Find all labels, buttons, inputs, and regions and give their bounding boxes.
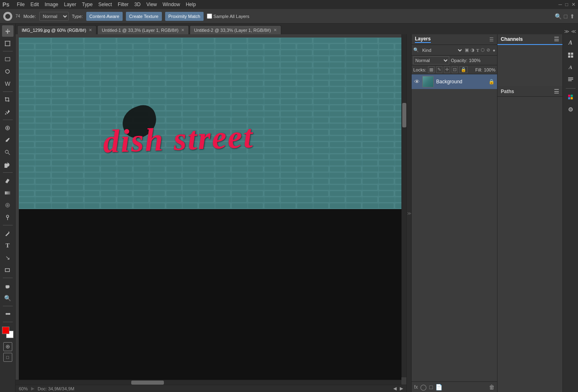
panel-menu-icon[interactable]: ☰ <box>489 37 494 42</box>
blend-mode-select[interactable]: Normal <box>413 56 449 65</box>
menu-select[interactable]: Select <box>99 2 112 7</box>
quick-select-tool[interactable]: W <box>2 78 13 89</box>
maximize-btn[interactable]: □ <box>565 2 568 7</box>
blur-tool[interactable] <box>2 199 13 211</box>
more-tools[interactable]: ••• <box>2 308 13 320</box>
tab-untitled2[interactable]: Untitled-2 @ 33,3% (Layer 1, RGB/8#) ✕ <box>190 25 281 34</box>
lock-artboard-btn[interactable]: ⊡ <box>452 66 458 73</box>
filter-type-icon[interactable]: T <box>476 48 479 53</box>
paths-panel-header[interactable]: Paths ☰ <box>497 86 562 97</box>
quick-mask-btn[interactable] <box>3 342 12 351</box>
tab-close-1[interactable]: ✕ <box>181 28 184 32</box>
crop-tool[interactable] <box>2 94 13 105</box>
foreground-color-swatch[interactable] <box>2 327 9 334</box>
canvas-container[interactable]: dish street <box>16 34 406 385</box>
create-layer-btn[interactable]: 📄 <box>435 384 442 390</box>
panel-icon-adjustments[interactable] <box>565 104 576 115</box>
vertical-scrollbar[interactable] <box>401 34 406 377</box>
navigate-left[interactable]: ◀ <box>393 386 397 391</box>
heal-tool[interactable] <box>2 122 13 134</box>
lock-fill-row: Locks: ▦ ✎ ✛ ⊡ 🔒 Fill: 100% <box>412 65 497 74</box>
shape-tool[interactable] <box>2 264 13 276</box>
fill-value[interactable]: 100% <box>484 67 495 72</box>
filter-kind-select[interactable]: Kind <box>421 46 463 54</box>
lasso-tool[interactable] <box>2 66 13 77</box>
opacity-value[interactable]: 100% <box>469 58 480 63</box>
gradient-tool[interactable] <box>2 187 13 198</box>
menu-type[interactable]: Type <box>82 2 93 7</box>
navigate-right[interactable]: ▶ <box>400 386 403 391</box>
menu-filter[interactable]: Filter <box>118 2 129 7</box>
lock-position-btn[interactable]: ✛ <box>444 66 450 73</box>
eraser-tool[interactable] <box>2 175 13 186</box>
menu-view[interactable]: View <box>146 2 157 7</box>
share-btn[interactable]: ⬆ <box>570 13 575 20</box>
panels-left-handle[interactable]: ≫ <box>406 34 411 392</box>
menu-file[interactable]: File <box>17 2 25 7</box>
dodge-tool[interactable] <box>2 212 13 223</box>
filter-toggle[interactable]: ● <box>493 48 495 53</box>
layer-item-background[interactable]: 👁 Background 🔒 <box>412 74 497 89</box>
paths-menu[interactable]: ☰ <box>554 88 559 95</box>
tab-untitled1[interactable]: Untitled-1 @ 33,3% (Layer 1, RGB/8#) ✕ <box>97 25 189 34</box>
channels-panel-header[interactable]: Channels ☰ <box>497 34 562 45</box>
mode-select[interactable]: Normal Dissolve Multiply <box>39 12 69 21</box>
add-mask-btn[interactable]: ◯ <box>420 384 427 390</box>
content-aware-btn[interactable]: Content-Aware <box>86 12 123 21</box>
tab-img1299[interactable]: IMG_1299.jpg @ 60% (RGB/8#) ✕ <box>17 25 96 34</box>
filter-shape-icon[interactable]: ⬡ <box>481 47 485 53</box>
marquee-tool[interactable] <box>2 53 13 65</box>
panel-icon-grid[interactable] <box>565 50 576 60</box>
lock-transparent-btn[interactable]: ▦ <box>428 66 435 73</box>
brush-tool-icon[interactable] <box>3 12 12 21</box>
minimize-btn[interactable]: ─ <box>558 2 562 7</box>
sample-all-label[interactable]: Sample All Layers <box>207 13 249 19</box>
panels-expand-btn[interactable]: ≫ <box>564 29 569 34</box>
history-brush-tool[interactable] <box>2 159 13 170</box>
eyedropper-tool[interactable] <box>2 106 13 118</box>
screen-mode-tool[interactable]: □ <box>3 353 12 362</box>
layer-visibility-eye[interactable]: 👁 <box>414 78 420 85</box>
proximity-match-btn[interactable]: Proximity Match <box>165 12 204 21</box>
panel-icon-swatches[interactable] <box>565 92 576 102</box>
horizontal-scrollbar[interactable] <box>16 380 401 385</box>
filter-adjustment-icon[interactable]: ◑ <box>470 47 475 53</box>
color-swatches[interactable] <box>2 327 13 338</box>
brush-tool[interactable] <box>2 134 13 146</box>
clone-stamp-tool[interactable] <box>2 147 13 158</box>
pen-tool[interactable] <box>2 227 13 239</box>
close-btn[interactable]: ✕ <box>571 2 576 7</box>
menu-window[interactable]: Window <box>163 2 180 7</box>
menu-3d[interactable]: 3D <box>134 2 141 7</box>
tab-close-2[interactable]: ✕ <box>273 28 277 32</box>
panel-icon-text[interactable]: A <box>565 62 576 73</box>
screen-mode-btn[interactable]: □ <box>564 13 567 20</box>
create-texture-btn[interactable]: Create Texture <box>126 12 162 21</box>
type-tool[interactable]: T <box>2 240 13 251</box>
menu-help[interactable]: Help <box>186 2 196 7</box>
menu-image[interactable]: Image <box>45 2 58 7</box>
delete-layer-btn[interactable]: 🗑 <box>489 384 495 390</box>
zoom-tool[interactable]: 🔍 <box>2 292 13 304</box>
menu-layer[interactable]: Layer <box>64 2 76 7</box>
menu-edit[interactable]: Edit <box>30 2 39 7</box>
panel-icon-paragraph[interactable] <box>565 74 576 85</box>
lock-all-btn[interactable]: 🔒 <box>459 66 468 73</box>
filter-pixel-icon[interactable]: ▣ <box>465 47 469 53</box>
channels-menu[interactable]: ☰ <box>554 36 559 42</box>
move-tool[interactable] <box>2 25 13 37</box>
layers-tab[interactable]: Layers <box>415 36 431 43</box>
brush-size-value: 74 <box>16 14 20 18</box>
tab-close-0[interactable]: ✕ <box>89 28 92 32</box>
panels-collapse-btn[interactable]: ≪ <box>571 29 576 34</box>
hand-tool[interactable] <box>2 280 13 292</box>
lock-image-btn[interactable]: ✎ <box>436 66 442 73</box>
search-btn[interactable]: 🔍 <box>555 13 562 20</box>
sample-all-checkbox[interactable] <box>207 13 212 19</box>
create-group-btn[interactable]: □ <box>429 384 432 390</box>
path-select-tool[interactable]: ↘ <box>2 252 13 263</box>
panel-icon-a[interactable]: A <box>565 38 576 48</box>
artboard-tool[interactable] <box>2 38 13 49</box>
add-fx-btn[interactable]: fx <box>414 384 418 390</box>
filter-smart-icon[interactable]: ⊘ <box>486 47 490 53</box>
